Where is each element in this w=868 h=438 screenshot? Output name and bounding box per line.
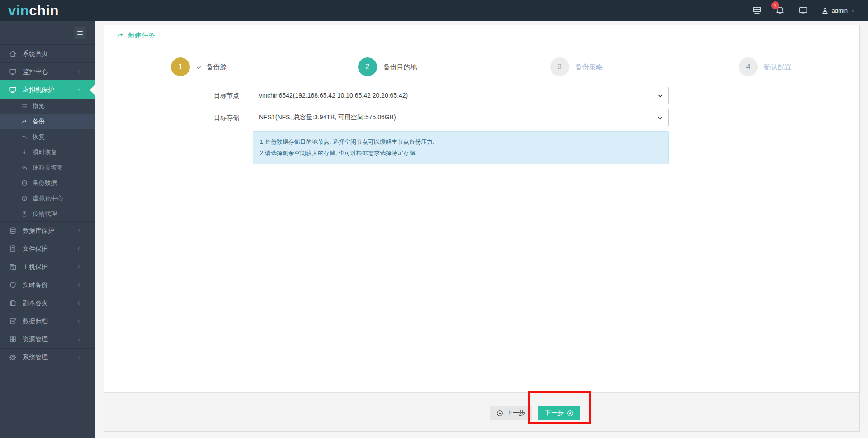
info-line-1: 1.备份数据存储目的地节点, 选择空闲节点可以缓解主节点备份压力. — [260, 137, 661, 148]
new-task-panel: 新建任务 1 备份源 2 备份目的地 3 备份策略 — [104, 25, 860, 432]
submenu-item-backup-data[interactable]: 备份数据 — [0, 175, 95, 191]
submenu-item-label: 传输代理 — [33, 210, 57, 218]
previous-step-label: 上一步 — [506, 409, 525, 417]
redo-arrow-icon — [21, 118, 28, 125]
sidebar-item-label: 副本容灾 — [23, 299, 76, 307]
step-label: 备份策略 — [576, 63, 603, 71]
wizard-step-backup-destination: 2 备份目的地 — [293, 57, 482, 76]
vm-protection-submenu: 概览 备份 恢复 瞬时恢复 细粒度恢复 备份数据 虚拟化中心 传输代理 — [0, 99, 95, 221]
user-menu[interactable]: admin — [821, 7, 855, 14]
sidebar-item-realtime-backup[interactable]: 实时备份 — [0, 276, 95, 294]
sidebar-item-monitoring-center[interactable]: 监控中心 — [0, 62, 95, 80]
form-row-target-storage: 目标存储 NFS1(NFS, 总容量:3.94TB, 可用空间:575.06GB… — [104, 109, 859, 126]
step-number-badge: 1 — [171, 57, 190, 76]
chevron-left-icon — [76, 355, 81, 360]
chevron-left-icon — [76, 283, 81, 287]
gear-icon — [9, 353, 17, 361]
step-number-badge: 4 — [739, 57, 758, 76]
submenu-item-granular-restore[interactable]: 细粒度恢复 — [0, 160, 95, 175]
sidebar-item-label: 数据归档 — [23, 317, 76, 325]
sidebar-item-vm-protection[interactable]: 虚拟机保护 — [0, 80, 95, 99]
submenu-item-label: 备份 — [33, 118, 45, 126]
destination-form: 目标节点 vinchin6542(192.168.65.42 10.10.65.… — [104, 87, 859, 164]
chevron-left-icon — [76, 337, 81, 342]
sidebar-item-label: 数据库保护 — [23, 227, 76, 235]
sidebar-item-replica-dr[interactable]: 副本容灾 — [0, 294, 95, 312]
file-icon — [9, 245, 17, 253]
sidebar-item-data-archive[interactable]: 数据归档 — [0, 312, 95, 330]
undo-double-icon — [21, 165, 28, 171]
vm-monitor-icon — [9, 86, 17, 94]
next-step-button[interactable]: 下一步 — [538, 406, 580, 420]
submenu-item-label: 概览 — [33, 102, 45, 110]
notifications-button[interactable]: 1 — [775, 6, 785, 15]
sidebar-item-label: 系统首页 — [23, 50, 87, 58]
wizard-step-backup-source: 1 备份源 — [104, 57, 293, 76]
undo-arrow-icon — [21, 134, 28, 140]
top-header-bar: vinchin 1 admin — [0, 0, 868, 21]
sidebar-nav: 系统首页 监控中心 虚拟机保护 概览 备份 恢复 瞬时恢复 细粒度恢复 — [0, 21, 95, 438]
storage-stack-icon[interactable] — [752, 6, 762, 15]
target-node-value: vinchin6542(192.168.65.42 10.10.65.42 20… — [259, 92, 408, 99]
wizard-nav-buttons: 上一步 下一步 — [490, 406, 580, 420]
sidebar-item-database-protection[interactable]: 数据库保护 — [0, 221, 95, 240]
sidebar-item-resource-management[interactable]: 资源管理 — [0, 330, 95, 348]
submenu-item-backup[interactable]: 备份 — [0, 114, 95, 129]
home-icon — [9, 50, 17, 57]
submenu-item-label: 备份数据 — [33, 179, 57, 187]
bolt-icon — [21, 149, 28, 155]
monitor-icon — [9, 68, 17, 75]
submenu-item-restore[interactable]: 恢复 — [0, 129, 95, 145]
chevron-left-icon — [76, 264, 81, 269]
host-icon — [9, 263, 17, 271]
submenu-item-instant-restore[interactable]: 瞬时恢复 — [0, 145, 95, 160]
redo-arrow-icon — [116, 32, 124, 39]
chevron-left-icon — [76, 319, 81, 324]
sidebar-item-label: 资源管理 — [23, 335, 76, 344]
copy-icon — [9, 299, 17, 307]
sidebar-item-label: 文件保护 — [23, 245, 76, 253]
hamburger-menu-button[interactable] — [74, 27, 86, 39]
grid-icon — [9, 335, 17, 343]
form-row-target-node: 目标节点 vinchin6542(192.168.65.42 10.10.65.… — [104, 87, 859, 104]
sidebar-item-file-protection[interactable]: 文件保护 — [0, 240, 95, 258]
list-icon — [21, 103, 28, 109]
step-label: 备份目的地 — [383, 63, 417, 71]
chevron-left-icon — [76, 69, 81, 74]
active-item-notch — [90, 85, 95, 95]
wizard-body: 1 备份源 2 备份目的地 3 备份策略 4 确认配置 — [104, 46, 859, 392]
logo-part-2: chin — [29, 3, 59, 19]
wizard-step-confirm-config: 4 确认配置 — [671, 57, 860, 76]
database-icon — [9, 227, 17, 235]
archive-icon — [9, 317, 17, 325]
previous-step-button[interactable]: 上一步 — [490, 406, 532, 420]
target-storage-value: NFS1(NFS, 总容量:3.94TB, 可用空间:575.06GB) — [259, 113, 396, 122]
wizard-steps: 1 备份源 2 备份目的地 3 备份策略 4 确认配置 — [104, 57, 859, 76]
cube-icon — [21, 195, 28, 202]
submenu-item-virtualization-center[interactable]: 虚拟化中心 — [0, 191, 95, 206]
panel-title-bar: 新建任务 — [104, 25, 859, 46]
step-number-badge: 2 — [358, 57, 377, 76]
info-line-2: 2.请选择剩余空间较大的存储, 也可以根据需求选择特定存储. — [260, 148, 661, 159]
step-label: 确认配置 — [764, 63, 791, 71]
submenu-item-overview[interactable]: 概览 — [0, 99, 95, 114]
sidebar-item-label: 实时备份 — [23, 281, 76, 289]
vinchin-logo: vinchin — [8, 0, 59, 21]
console-monitor-icon[interactable] — [798, 6, 808, 15]
submenu-item-label: 细粒度恢复 — [33, 164, 63, 172]
chevron-down-icon — [657, 115, 663, 121]
target-node-select[interactable]: vinchin6542(192.168.65.42 10.10.65.42 20… — [253, 87, 669, 104]
shield-icon — [9, 281, 17, 289]
submenu-item-label: 恢复 — [33, 133, 45, 141]
chevron-left-icon — [76, 228, 81, 233]
target-storage-select[interactable]: NFS1(NFS, 总容量:3.94TB, 可用空间:575.06GB) — [253, 109, 669, 126]
header-actions: 1 admin — [752, 6, 855, 15]
chevron-left-icon — [76, 246, 81, 251]
username: admin — [832, 7, 848, 14]
chevron-down-icon — [851, 9, 855, 13]
database-icon — [21, 180, 28, 186]
sidebar-item-home[interactable]: 系统首页 — [0, 44, 95, 62]
sidebar-item-system-management[interactable]: 系统管理 — [0, 348, 95, 366]
submenu-item-transfer-agent[interactable]: 传输代理 — [0, 206, 95, 221]
sidebar-item-host-protection[interactable]: 主机保护 — [0, 258, 95, 276]
